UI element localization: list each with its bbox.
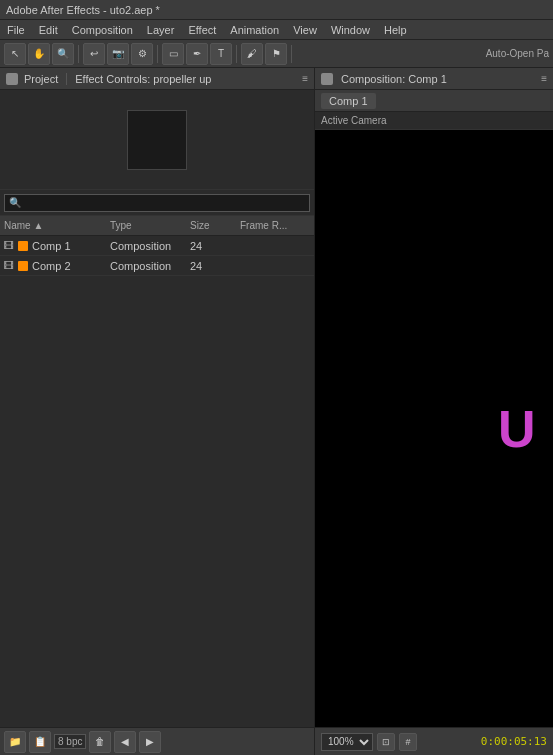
menu-bar: File Edit Composition Layer Effect Anima… <box>0 20 553 40</box>
grid-btn[interactable]: # <box>399 733 417 751</box>
col-header-frames: Frame R... <box>240 220 300 231</box>
effect-controls-label: Effect Controls: propeller up <box>75 73 211 85</box>
hand-tool-btn[interactable]: ✋ <box>28 43 50 65</box>
toolbar-sep-2 <box>157 45 158 63</box>
arrow-next-btn[interactable]: ▶ <box>139 731 161 753</box>
clone-tool-btn[interactable]: ⚑ <box>265 43 287 65</box>
menu-animation[interactable]: Animation <box>223 20 286 39</box>
file-comp2-name: Comp 2 <box>32 260 71 272</box>
col-header-size: Size <box>190 220 240 231</box>
bpc-badge: 8 bpc <box>54 734 86 749</box>
title-bar-text: Adobe After Effects - uto2.aep * <box>6 4 160 16</box>
fit-btn[interactable]: ⊡ <box>377 733 395 751</box>
comp2-icon <box>18 261 28 271</box>
menu-edit[interactable]: Edit <box>32 20 65 39</box>
file-list: 🎞 Comp 1 Composition 24 🎞 Comp 2 Composi… <box>0 236 314 727</box>
u-shape-svg: U <box>493 399 553 459</box>
toolbar-right: Auto-Open Pa <box>486 48 549 59</box>
text-tool-btn[interactable]: T <box>210 43 232 65</box>
project-label: Project <box>24 73 58 85</box>
left-panel: Project Effect Controls: propeller up ≡ … <box>0 68 315 755</box>
select-tool-btn[interactable]: ↖ <box>4 43 26 65</box>
menu-window[interactable]: Window <box>324 20 377 39</box>
main-layout: Project Effect Controls: propeller up ≡ … <box>0 68 553 755</box>
comp-tab-bar: Comp 1 <box>315 90 553 112</box>
menu-layer[interactable]: Layer <box>140 20 182 39</box>
new-folder-btn[interactable]: 📁 <box>4 731 26 753</box>
menu-file[interactable]: File <box>0 20 32 39</box>
project-icon <box>6 73 18 85</box>
left-bottom-toolbar: 📁 📋 8 bpc 🗑 ◀ ▶ <box>0 727 314 755</box>
zoom-tool-btn[interactable]: 🔍 <box>52 43 74 65</box>
file-comp2-type: Composition <box>110 260 190 272</box>
col-header-name: Name ▲ <box>0 220 110 231</box>
arrow-prev-btn[interactable]: ◀ <box>114 731 136 753</box>
file-comp2-size: 24 <box>190 260 240 272</box>
comp-timecode: 0:00:05:13 <box>481 735 547 748</box>
menu-composition[interactable]: Composition <box>65 20 140 39</box>
file-list-header: Name ▲ Type Size Frame R... <box>0 216 314 236</box>
file-comp1-type: Composition <box>110 240 190 252</box>
trash-btn[interactable]: 🗑 <box>89 731 111 753</box>
file-comp1-size: 24 <box>190 240 240 252</box>
menu-view[interactable]: View <box>286 20 324 39</box>
comp-tab-comp1[interactable]: Comp 1 <box>321 93 376 109</box>
search-bar <box>0 190 314 216</box>
title-bar: Adobe After Effects - uto2.aep * <box>0 0 553 20</box>
toolbar-sep-4 <box>291 45 292 63</box>
col-header-type: Type <box>110 220 190 231</box>
file-comp1-name: Comp 1 <box>32 240 71 252</box>
project-preview-area <box>0 90 314 190</box>
comp-header-icon <box>321 73 333 85</box>
comp1-icon <box>18 241 28 251</box>
active-camera-bar: Active Camera <box>315 112 553 130</box>
panel-menu-btn[interactable]: ≡ <box>302 73 308 84</box>
comp-panel-header: Composition: Comp 1 ≡ <box>315 68 553 90</box>
toolbar: ↖ ✋ 🔍 ↩ 📷 ⚙ ▭ ✒ T 🖌 ⚑ Auto-Open Pa <box>0 40 553 68</box>
puppet-tool-btn[interactable]: ⚙ <box>131 43 153 65</box>
panel-header: Project Effect Controls: propeller up ≡ <box>0 68 314 90</box>
toolbar-sep-1 <box>78 45 79 63</box>
auto-open-label: Auto-Open Pa <box>486 48 549 59</box>
header-sep <box>66 73 67 85</box>
comp-panel-menu-btn[interactable]: ≡ <box>541 73 547 84</box>
brush-tool-btn[interactable]: 🖌 <box>241 43 263 65</box>
camera-tool-btn[interactable]: 📷 <box>107 43 129 65</box>
comp-preview: U <box>315 130 553 727</box>
preview-box <box>127 110 187 170</box>
active-camera-label: Active Camera <box>321 115 387 126</box>
search-input[interactable] <box>4 194 310 212</box>
pen-tool-btn[interactable]: ✒ <box>186 43 208 65</box>
comp-header-title: Composition: Comp 1 <box>341 73 447 85</box>
file-row-comp1[interactable]: 🎞 Comp 1 Composition 24 <box>0 236 314 256</box>
new-comp-btn[interactable]: 📋 <box>29 731 51 753</box>
zoom-select[interactable]: 100% 50% 200% <box>321 733 373 751</box>
toolbar-sep-3 <box>236 45 237 63</box>
menu-effect[interactable]: Effect <box>181 20 223 39</box>
comp-bottom-toolbar: 100% 50% 200% ⊡ # 0:00:05:13 <box>315 727 553 755</box>
right-panel: Composition: Comp 1 ≡ Comp 1 Active Came… <box>315 68 553 755</box>
rotate-tool-btn[interactable]: ↩ <box>83 43 105 65</box>
file-row-comp2[interactable]: 🎞 Comp 2 Composition 24 <box>0 256 314 276</box>
svg-text:U: U <box>498 400 536 458</box>
menu-help[interactable]: Help <box>377 20 414 39</box>
rect-shape-btn[interactable]: ▭ <box>162 43 184 65</box>
